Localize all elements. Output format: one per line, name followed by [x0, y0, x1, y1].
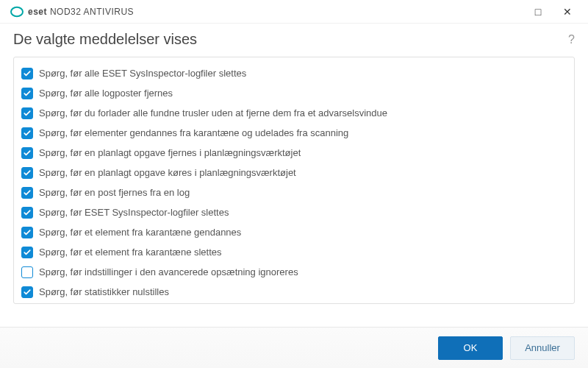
- close-button[interactable]: ✕: [553, 1, 582, 22]
- maximize-button[interactable]: □: [523, 1, 553, 22]
- ok-button[interactable]: OK: [438, 336, 503, 360]
- checkbox[interactable]: [21, 147, 33, 159]
- window-controls: □ ✕: [523, 1, 582, 22]
- checkbox[interactable]: [21, 167, 33, 179]
- brand: eset NOD32 ANTIVIRUS: [10, 5, 134, 18]
- list-item[interactable]: Spørg, før elementer gendannes fra karan…: [21, 123, 567, 143]
- list-item-label: Spørg, før et element fra karantæne gend…: [39, 227, 241, 238]
- list-item-label: Spørg, før et element fra karantæne slet…: [39, 247, 222, 258]
- checkbox[interactable]: [21, 227, 33, 238]
- list-item-label: Spørg, før alle logposter fjernes: [39, 88, 173, 99]
- cancel-button[interactable]: Annuller: [510, 336, 575, 360]
- list-item-label: Spørg, før alle ESET SysInspector-logfil…: [39, 68, 246, 79]
- list-item[interactable]: Spørg, før en planlagt opgave køres i pl…: [21, 163, 567, 183]
- checkbox[interactable]: [21, 207, 33, 219]
- list-item[interactable]: Spørg, før alle logposter fjernes: [21, 83, 567, 103]
- brand-eset: eset: [28, 7, 47, 17]
- svg-point-0: [11, 7, 23, 15]
- checkbox[interactable]: [21, 107, 33, 119]
- titlebar: eset NOD32 ANTIVIRUS □ ✕: [0, 0, 588, 24]
- checkbox[interactable]: [21, 127, 33, 139]
- list-item[interactable]: Spørg, før en post fjernes fra en log: [21, 183, 567, 202]
- list-item-label: Spørg, før ESET SysInspector-logfiler sl…: [39, 207, 229, 218]
- checkbox[interactable]: [21, 68, 33, 79]
- help-icon[interactable]: ?: [568, 33, 575, 46]
- list-item[interactable]: Spørg, før et element fra karantæne slet…: [21, 242, 567, 262]
- checkbox[interactable]: [21, 247, 33, 258]
- options-list[interactable]: Spørg, før alle ESET SysInspector-logfil…: [14, 57, 574, 303]
- page-header: De valgte meddelelser vises ?: [0, 24, 588, 57]
- list-item[interactable]: Spørg, før en planlagt opgave fjernes i …: [21, 143, 567, 163]
- list-item-label: Spørg, før statistikker nulstilles: [39, 286, 169, 297]
- list-item-label: Spørg, før indstillinger i den avancered…: [39, 266, 298, 277]
- list-item[interactable]: Spørg, før ESET SysInspector-logfiler sl…: [21, 202, 567, 222]
- list-item[interactable]: Spørg, før indstillinger i den avancered…: [21, 262, 567, 282]
- list-item[interactable]: Spørg, før statistikker nulstilles: [21, 282, 567, 302]
- options-list-container: Spørg, før alle ESET SysInspector-logfil…: [13, 57, 575, 304]
- list-item-label: Spørg, før du forlader alle fundne trusl…: [39, 107, 387, 118]
- list-item[interactable]: Spørg, før alle ESET SysInspector-logfil…: [21, 63, 567, 83]
- brand-product: NOD32 ANTIVIRUS: [50, 7, 134, 17]
- checkbox[interactable]: [21, 286, 33, 298]
- list-item[interactable]: Spørg, før et element fra karantæne gend…: [21, 222, 567, 242]
- list-item[interactable]: Spørg, før du forlader alle fundne trusl…: [21, 103, 567, 123]
- list-item-label: Spørg, før elementer gendannes fra karan…: [39, 127, 348, 138]
- brand-text: eset NOD32 ANTIVIRUS: [28, 7, 134, 17]
- checkbox[interactable]: [21, 187, 33, 199]
- checkbox[interactable]: [21, 88, 33, 99]
- list-item-label: Spørg, før en planlagt opgave fjernes i …: [39, 147, 301, 158]
- page-title: De valgte meddelelser vises: [13, 31, 197, 48]
- dialog-footer: OK Annuller: [0, 327, 588, 368]
- list-item-label: Spørg, før en planlagt opgave køres i pl…: [39, 167, 296, 178]
- eset-logo-icon: [10, 5, 24, 18]
- checkbox[interactable]: [21, 266, 33, 278]
- list-item-label: Spørg, før en post fjernes fra en log: [39, 187, 190, 198]
